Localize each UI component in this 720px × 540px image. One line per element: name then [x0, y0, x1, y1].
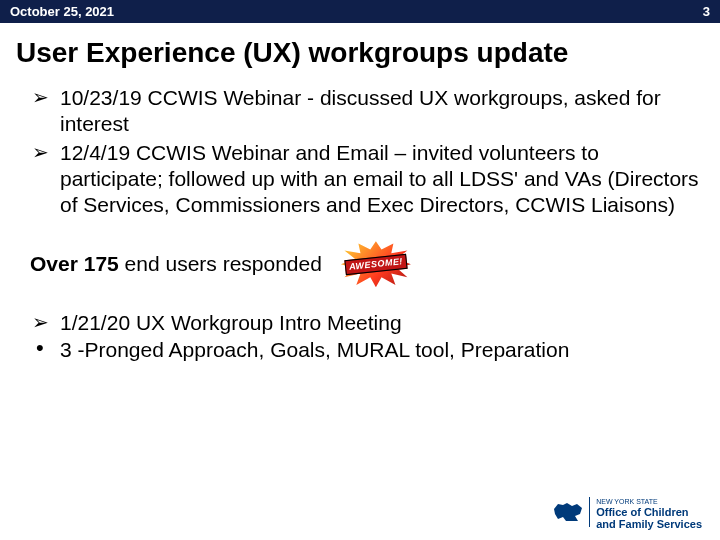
logo-line1: Office of Children: [596, 506, 688, 518]
bullet-list-top: 10/23/19 CCWIS Webinar - discussed UX wo…: [20, 85, 700, 218]
slide-title: User Experience (UX) workgroups update: [16, 37, 704, 69]
slide-header: October 25, 2021 3: [0, 0, 720, 23]
logo-separator: [589, 497, 590, 527]
bullet-sub-item: 3 -Pronged Approach, Goals, MURAL tool, …: [20, 337, 700, 363]
logo-text: NEW YORK STATE Office of Children and Fa…: [596, 494, 702, 530]
svg-marker-0: [554, 503, 582, 521]
logo-line2: and Family Services: [596, 518, 702, 530]
nys-state-icon: [553, 501, 583, 523]
bullet-item: 1/21/20 UX Workgroup Intro Meeting: [20, 310, 700, 336]
slide-page-number: 3: [703, 4, 710, 19]
respond-bold: Over 175: [30, 252, 119, 275]
respond-rest: end users responded: [119, 252, 322, 275]
footer-logo: NEW YORK STATE Office of Children and Fa…: [553, 494, 702, 530]
bullet-item: 10/23/19 CCWIS Webinar - discussed UX wo…: [20, 85, 700, 138]
respond-row: Over 175 end users responded AWESOME!: [30, 236, 700, 292]
bullet-list-bottom: 1/21/20 UX Workgroup Intro Meeting 3 -Pr…: [20, 310, 700, 363]
slide-date: October 25, 2021: [10, 4, 114, 19]
logo-small-line: NEW YORK STATE: [596, 498, 657, 505]
bullet-item: 12/4/19 CCWIS Webinar and Email – invite…: [20, 140, 700, 219]
slide-body: 10/23/19 CCWIS Webinar - discussed UX wo…: [20, 85, 700, 363]
respond-text: Over 175 end users responded: [30, 251, 322, 277]
awesome-icon: AWESOME!: [336, 236, 416, 292]
